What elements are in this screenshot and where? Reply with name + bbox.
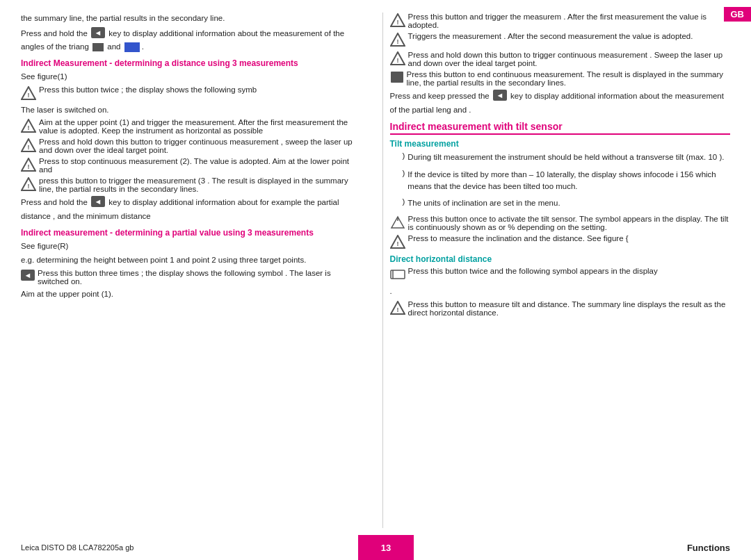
press-activate-text: Press this button once to activate the t… [408, 215, 731, 231]
aim1-row: ! Aim at the upper point (1) and trigger… [21, 118, 362, 135]
back-arrow-icon-3: ◄ [21, 270, 35, 282]
press-stop-text: Press to stop continuous measurement (2)… [39, 157, 362, 174]
period-after-block: . [142, 42, 144, 51]
and-text: and [107, 42, 120, 51]
svg-text:◄: ◄ [496, 91, 503, 99]
direct-heading: Direct horizontal distance [390, 254, 731, 264]
press-activate-row: Press this button once to activate the t… [390, 215, 731, 231]
page-container: the summary line, the partial results in… [0, 0, 751, 560]
back-arrow-icon: ◄ [91, 27, 105, 42]
press3-row: ! press this button to trigger the measu… [21, 176, 362, 193]
svg-text:◄: ◄ [95, 197, 102, 206]
triangle-icon-3: ! [21, 138, 36, 154]
press-hold-text: Press and hold the ◄ key to display addi… [21, 27, 362, 53]
triangle-icon-r2: ! [390, 33, 405, 48]
back-arrow-icon-2: ◄ [91, 196, 105, 211]
press-measure-incl-text: Press to measure the inclination and the… [408, 234, 731, 242]
press3-text: press this button to trigger the measure… [39, 176, 362, 193]
tilt-heading: Tilt measurement [390, 139, 731, 149]
gb-badge: GB [724, 7, 752, 22]
triggers-row: ! Triggers the measurement . After the s… [390, 32, 731, 48]
triangle-icon-4: ! [21, 158, 36, 173]
period2: . [390, 286, 731, 297]
stop-icon-r1 [390, 71, 404, 85]
svg-text:!: ! [396, 19, 398, 26]
triangle-icon-r5: ! [390, 301, 405, 316]
press-hold-cont2-row: ! Press and hold down this button to tri… [390, 51, 731, 67]
press1-row: ! Press this button twice ; the display … [21, 85, 362, 101]
press-hold-cont-row: ! Press and hold down this button to tri… [21, 138, 362, 154]
press-trigger-text: Press this button and trigger the measur… [408, 13, 731, 29]
svg-text:!: ! [396, 240, 398, 247]
press-trigger-row: ! Press this button and trigger the meas… [390, 13, 731, 29]
press-keep-text: Press and keep pressed the ◄ key to disp… [390, 90, 731, 115]
right-column: ! Press this button and trigger the meas… [382, 13, 731, 528]
press-tilt-dist-text: Press this button to measure tilt and di… [408, 300, 731, 317]
press-end-text: Press this button to end continuous meas… [407, 70, 731, 87]
svg-text:◄: ◄ [24, 271, 32, 279]
heading1: Indirect Measurement - determining a dis… [21, 58, 362, 68]
press-hold-cont2-text: Press and hold down this button to trigg… [408, 51, 731, 67]
svg-rect-22 [391, 72, 403, 83]
see-fig2: See figure(R) [21, 240, 362, 252]
laser-on1: The laser is switched on. [21, 104, 362, 116]
tilt-sensor-icon [390, 215, 405, 231]
direct-icon [390, 267, 405, 283]
triangle-icon-2: ! [21, 119, 36, 134]
bullet-1: ) [403, 151, 405, 160]
svg-text:!: ! [28, 163, 30, 170]
bullet-2: ) [403, 169, 405, 177]
back-arrow-icon-r: ◄ [493, 90, 507, 104]
intro-text: the summary line, the partial results in… [21, 13, 362, 24]
footer-right: Functions [414, 535, 751, 560]
press-direct-row: Press this button twice and the followin… [390, 267, 731, 283]
footer-left: Leica DISTO D8 LCA782205a gb [0, 535, 358, 560]
triggers-text: Triggers the measurement . After the sec… [408, 32, 731, 40]
press-btn3-row: ◄ Press this button three times ; the di… [21, 269, 362, 286]
indirect-heading: Indirect measurement with tilt sensor [390, 121, 731, 135]
press-hold-label: Press and hold the [21, 29, 88, 38]
svg-text:!: ! [28, 183, 30, 190]
svg-text:!: ! [396, 57, 398, 64]
svg-text:!: ! [28, 144, 30, 151]
press-stop-row: ! Press to stop continuous measurement (… [21, 157, 362, 174]
tilt2-text: If the device is tilted by more than – 1… [407, 169, 730, 192]
content-area: the summary line, the partial results in… [0, 0, 751, 528]
press-hold-partial-text: Press and hold the ◄ key to display addi… [21, 196, 362, 222]
footer-center: 13 [358, 535, 414, 560]
press1-text: Press this button twice ; the display sh… [39, 85, 362, 94]
eg-text: e.g. determining the height between poin… [21, 254, 362, 266]
heading2: Indirect measurement - determining a par… [21, 228, 362, 238]
footer: Leica DISTO D8 LCA782205a gb 13 Function… [0, 535, 751, 560]
small-color-block [92, 43, 104, 51]
triangle-icon-r1: ! [390, 13, 405, 28]
tilt1-text: During tilt measurement the instrument s… [407, 151, 724, 163]
press-end-row: Press this button to end continuous meas… [390, 70, 731, 87]
press-tilt-dist-row: ! Press this button to measure tilt and … [390, 300, 731, 317]
triangle-icon-1: ! [21, 86, 36, 101]
svg-text:!: ! [28, 92, 30, 99]
press-direct-text: Press this button twice and the followin… [408, 267, 731, 275]
press-hold-cont-text: Press and hold down this button to trigg… [39, 138, 362, 154]
triangle-icon-r4: ! [390, 235, 405, 250]
bullet-3: ) [403, 197, 405, 206]
svg-text:!: ! [396, 38, 398, 45]
aim1-text: Aim at the upper point (1) and trigger t… [39, 118, 362, 135]
left-column: the summary line, the partial results in… [21, 13, 369, 528]
aim-upper-text: Aim at the upper point (1). [21, 288, 362, 300]
see-fig1: See figure(1) [21, 71, 362, 83]
triangle-icon-5: ! [21, 177, 36, 192]
blue-block [124, 42, 140, 52]
svg-text:!: ! [396, 306, 398, 313]
tilt3-text: The units of inclination are set in the … [407, 197, 560, 209]
svg-text:◄: ◄ [95, 28, 102, 37]
triangle-icon-r3: ! [390, 51, 405, 67]
svg-text:!: ! [28, 124, 30, 131]
press-btn3-text: Press this button three times ; the disp… [38, 269, 362, 286]
press-measure-incl-row: ! Press to measure the inclination and t… [390, 234, 731, 250]
